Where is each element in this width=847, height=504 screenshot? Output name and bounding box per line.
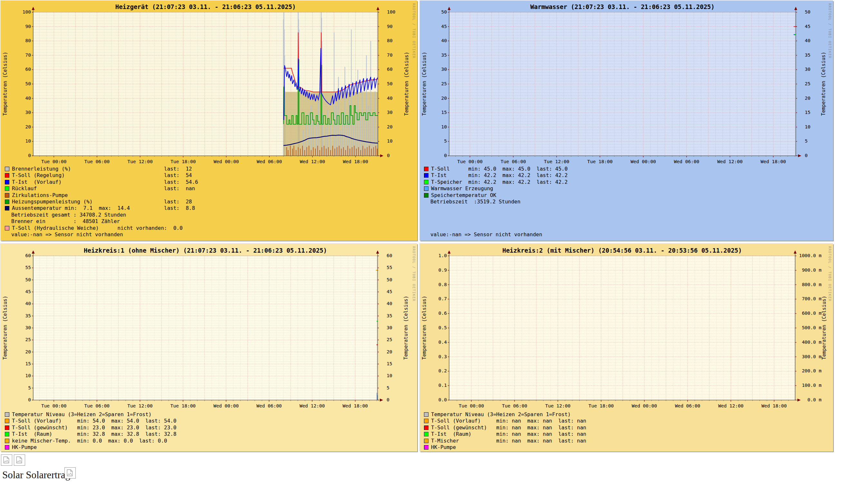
heizgeraet-legend-row: value:-nan => Sensor nicht vorhanden [5,232,413,238]
warmwasser-ytick-right: 40 [805,38,831,43]
heizkreis2-ytick-left: 0.5 [429,325,447,330]
warmwasser-xtick: Wed 06:00 [671,159,703,164]
heizkreis2-ytick-left: 0.8 [429,282,447,287]
warmwasser-ytick-right: 5 [805,139,831,144]
chart-panel-warmwasser: Warmwasser (21:07:23 03.11. - 21:06:23 0… [420,1,833,241]
broken-image-glyph [15,456,23,464]
heizkreis1-legend-row: HK-Pumpe [5,445,413,451]
warmwasser-yaxis-label: Temperaturen (Celsius) [422,12,427,156]
heizgeraet-legend-row: Aussentemperatur min: 7.1 max: 14.4 last… [5,205,413,212]
broken-image-icon [14,454,25,466]
heizkreis2-ytick-right: 1000.0 m [799,253,822,258]
heizkreis2-ytick-right: 500.0 m [799,325,822,330]
heizkreis1-ytick-left: 25 [13,337,31,342]
heizkreis1-ytick-left: 0 [13,397,31,402]
heizkreis1-ytick-left: 35 [13,313,31,319]
heizkreis2-xtick: Wed 00:00 [628,403,660,409]
rrdtool-watermark: RRDTOOL / TOBI OETIKER [828,246,832,302]
heizkreis2-ytick-right: 100.0 m [799,383,822,388]
heizkreis1-ytick-left: 50 [13,277,31,283]
heizgeraet-xtick: Wed 00:00 [210,159,242,164]
legend-text: T-Soll (Regelung) last: 54 [12,172,192,178]
warmwasser-legend-row: value:-nan => Sensor nicht vorhanden [424,232,829,238]
legend-text: T-Ist (Vorlauf) last: 54.6 [12,179,198,185]
legend-swatch [424,173,429,178]
warmwasser-ytick-right: 50 [805,10,831,15]
warmwasser-xtick: Wed 12:00 [714,159,746,164]
heizkreis2-ytick-left: 0.2 [429,368,447,374]
warmwasser-xtick: Tue 12:00 [541,159,573,164]
heizkreis2-ytick-right: 900.0 m [799,268,822,273]
heizgeraet-yaxis-label-right: Temperaturen (Celsius) [404,12,410,156]
rrdtool-watermark: RRDTOOL / TOBI OETIKER [412,3,416,58]
legend-swatch [5,445,9,450]
legend-text: T-Ist (Raum) min: nan max: nan last: nan [431,431,586,437]
warmwasser-legend-row: T-Ist min: 42.2 max: 42.2 last: 42.2 [424,173,829,179]
legend-text: Warmwasser Erzeugung [431,185,493,192]
heizkreis1-yaxis-label: Temperaturen (Celsius) [3,255,8,400]
heizkreis2-yaxis-label-right: Temperaturen (Celsius) [822,255,827,400]
heizgeraet-yaxis-label: Temperaturen (Celsius) [3,12,8,156]
heizgeraet-title: Heizgerät (21:07:23 03.11. - 21:06:23 05… [33,3,378,10]
warmwasser-legend-row: Warmwasser Erzeugung [424,186,829,192]
heizkreis1-xtick: Tue 06:00 [81,403,113,409]
warmwasser-xtick: Tue 18:00 [584,159,616,164]
legend-text: Zirkulations-Pumpe [12,192,68,198]
legend-text: Temperatur Niveau (3=Heizen 2=Sparen 1=F… [431,411,571,417]
heizkreis1-xtick: Wed 00:00 [210,403,242,409]
legend-text: Speichertemperatur OK [431,192,496,198]
heizkreis1-ytick-left: 30 [13,325,31,330]
warmwasser-ytick-left: 10 [429,125,447,130]
legend-swatch [5,419,9,423]
warmwasser-ytick-right: 15 [805,110,831,115]
chart-panel-heizkreis2: Heizkreis:2 (mit Mischer) (20:54:56 03.1… [420,244,833,452]
heizkreis2-ytick-right: 400.0 m [799,340,822,345]
legend-swatch-spacer [5,233,9,237]
warmwasser-ytick-left: 35 [429,53,447,58]
warmwasser-ytick-left: 5 [429,139,447,144]
heizkreis2-xtick: Wed 18:00 [758,403,790,409]
broken-image-icon [65,467,76,479]
heizkreis1-ytick-left: 15 [13,361,31,366]
warmwasser-ytick-right: 35 [805,53,831,58]
heizkreis2-legend-row: Temperatur Niveau (3=Heizen 2=Sparen 1=F… [424,412,829,418]
heizkreis2-title: Heizkreis:2 (mit Mischer) (20:54:56 03.1… [449,247,795,254]
heizkreis1-xtick: Wed 12:00 [296,403,328,409]
legend-swatch [5,439,9,443]
legend-swatch [5,200,9,204]
legend-text: Betriebszeit gesamt : 34708.2 Stunden [11,212,126,218]
legend-text: HK-Pumpe [431,444,456,450]
heizkreis2-ytick-right: 800.0 m [799,282,822,287]
heizgeraet-legend-row: T-Soll (Regelung) last: 54 [5,173,413,179]
chart-panel-heizkreis1: Heizkreis:1 (ohne Mischer) (21:07:23 03.… [1,244,417,452]
warmwasser-ytick-left: 20 [429,96,447,101]
warmwasser-xtick: Wed 18:00 [757,159,789,164]
legend-swatch-spacer [424,233,428,237]
heizgeraet-ytick-left: 0 [13,153,31,158]
legend-swatch-spacer [5,213,9,217]
heizgeraet-xtick: Wed 06:00 [253,159,286,164]
heizkreis1-legend-row: Temperatur Niveau (3=Heizen 2=Sparen 1=F… [5,412,413,418]
heizkreis1-yaxis-label-right: Temperaturen (Celsius) [403,255,409,400]
legend-text: T-Mischer min: nan max: nan last: nan [431,438,586,444]
heizkreis1-ytick-left: 5 [13,385,31,391]
heizkreis2-ytick-left: 0.6 [429,311,447,316]
heizgeraet-legend-row: Heizungspumpenleistung (%) last: 28 [5,199,413,205]
legend-swatch [424,445,429,450]
legend-text: Temperatur Niveau (3=Heizen 2=Sparen 1=F… [12,411,152,417]
heizgeraet-ytick-left: 100 [13,10,31,15]
rrdtool-watermark: RRDTOOL / TOBI OETIKER [828,3,832,58]
legend-text: Brenner ein : 48501 Zähler [11,218,120,224]
legend-swatch [424,167,429,171]
heizgeraet-ytick-left: 50 [13,82,31,87]
heizkreis2-xtick: Tue 00:00 [455,403,487,409]
warmwasser-ytick-left: 15 [429,110,447,115]
legend-swatch [5,180,9,184]
warmwasser-ytick-left: 30 [429,67,447,72]
rrdtool-watermark: RRDTOOL / TOBI OETIKER [412,246,416,302]
heizkreis1-xtick: Tue 12:00 [124,403,156,409]
heizkreis2-ytick-right: 200.0 m [799,368,822,374]
heizgeraet-xtick: Tue 12:00 [124,159,156,164]
warmwasser-ytick-left: 0 [429,153,447,158]
heizgeraet-legend-row: Rücklauf last: nan [5,186,413,192]
